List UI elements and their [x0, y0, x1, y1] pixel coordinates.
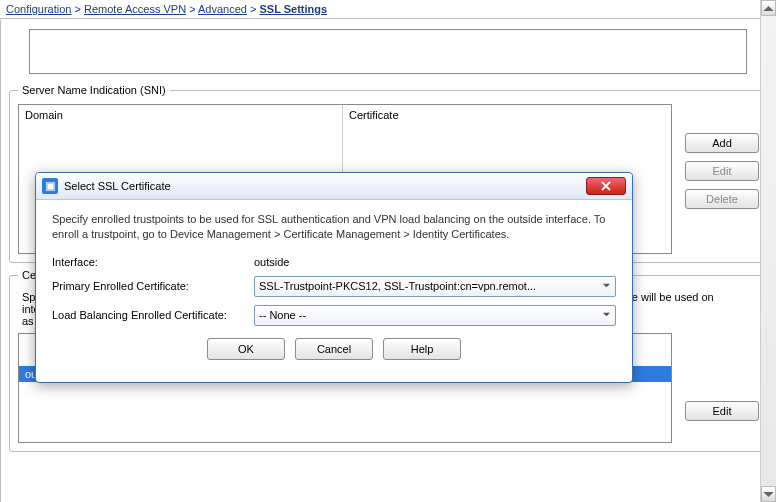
select-ssl-certificate-dialog: Select SSL Certificate Specify enrolled …	[35, 172, 633, 383]
interface-value: outside	[254, 256, 616, 268]
breadcrumb-configuration[interactable]: Configuration	[6, 3, 71, 15]
cert-intro-text2: as	[22, 315, 34, 327]
help-button[interactable]: Help	[383, 338, 461, 360]
load-balancing-certificate-select[interactable]: -- None --	[254, 305, 616, 326]
chevron-down-icon	[602, 309, 611, 321]
primary-certificate-value: SSL-Trustpoint-PKCS12, SSL-Trustpoint:cn…	[259, 280, 536, 292]
close-button[interactable]	[586, 177, 626, 195]
load-balancing-certificate-value: -- None --	[259, 309, 306, 321]
breadcrumb-remote-access-vpn[interactable]: Remote Access VPN	[84, 3, 186, 15]
primary-certificate-select[interactable]: SSL-Trustpoint-PKCS12, SSL-Trustpoint:cn…	[254, 276, 616, 297]
top-empty-box	[29, 29, 747, 74]
dialog-title: Select SSL Certificate	[64, 180, 586, 192]
edit-button[interactable]: Edit	[685, 161, 759, 181]
scroll-down-arrow[interactable]	[761, 486, 776, 502]
breadcrumb-ssl-settings[interactable]: SSL Settings	[260, 3, 328, 15]
dialog-description: Specify enrolled trustpoints to be used …	[52, 212, 616, 242]
dialog-titlebar[interactable]: Select SSL Certificate	[36, 173, 632, 200]
load-balancing-certificate-label: Load Balancing Enrolled Certificate:	[52, 309, 254, 321]
primary-certificate-label: Primary Enrolled Certificate:	[52, 280, 254, 292]
add-button[interactable]: Add	[685, 133, 759, 153]
chevron-down-icon	[602, 280, 611, 292]
breadcrumb: Configuration > Remote Access VPN > Adva…	[0, 0, 776, 19]
cancel-button[interactable]: Cancel	[295, 338, 373, 360]
scroll-up-arrow[interactable]	[761, 0, 776, 16]
ok-button[interactable]: OK	[207, 338, 285, 360]
vertical-scrollbar[interactable]	[760, 0, 776, 502]
delete-button[interactable]: Delete	[685, 189, 759, 209]
edit-certificate-button[interactable]: Edit	[685, 401, 759, 421]
breadcrumb-advanced[interactable]: Advanced	[198, 3, 247, 15]
interface-label: Interface:	[52, 256, 254, 268]
cert-intro-text-left: Sp	[22, 291, 35, 303]
app-icon	[42, 178, 58, 194]
svg-rect-1	[47, 183, 53, 189]
sni-legend: Server Name Indication (SNI)	[18, 84, 170, 96]
